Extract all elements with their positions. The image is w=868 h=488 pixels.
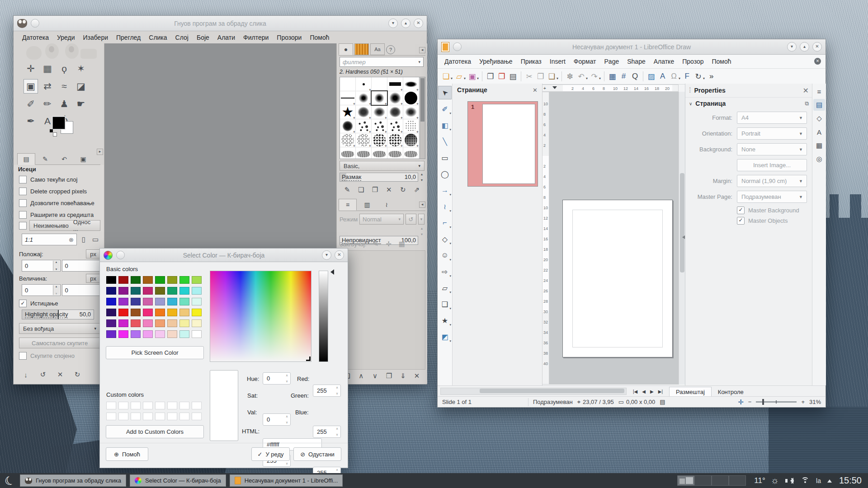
tab-undo-history[interactable]: ↶ [55,153,73,165]
tab-properties[interactable]: ▤ [813,99,825,111]
clone-formatting-icon[interactable]: ✽ [564,71,576,82]
raise-layer-button[interactable]: ∧ [354,371,368,381]
brush-item[interactable] [387,91,403,105]
chevron-down-icon[interactable]: ▾ [418,214,425,225]
flowchart-shapes[interactable]: ▱▾ [438,281,452,295]
default-colors-icon[interactable] [50,129,53,132]
custom-color-swatch[interactable] [155,413,165,420]
basic-color-swatch[interactable] [167,330,177,338]
page-nav-icon[interactable]: ▶| [656,388,665,395]
margin-dropdown[interactable]: Normal (1,90 cm)▼ [737,175,807,187]
duplicate-brush-button[interactable]: ❐ [368,184,382,195]
page-section-header[interactable]: ∨ Страница ⧉ [685,97,812,109]
gimp-menu-Помоћ[interactable]: Помоћ [306,34,333,41]
basic-color-swatch[interactable] [155,298,165,305]
tab-help[interactable]: ? [386,45,395,54]
basic-color-swatch[interactable] [192,330,202,338]
basic-color-swatch[interactable] [179,330,189,338]
basic-color-swatch[interactable] [106,298,116,305]
refresh-brushes-button[interactable]: ↻ [396,184,410,195]
draw-menu-Page[interactable]: Page [600,58,623,65]
basic-color-swatch[interactable] [131,319,141,327]
ok-button[interactable]: ✓У реду [251,447,290,461]
free-select-tool[interactable]: ϙ [57,61,71,76]
warp-tool[interactable]: ≈ [57,79,71,94]
brush-item[interactable] [356,77,371,91]
pencil-tool[interactable]: ✏ [40,97,55,111]
brush-item[interactable] [387,77,403,91]
window-menu-button[interactable] [453,42,462,51]
page-nav-icon[interactable]: ◀ [640,388,647,395]
basic-color-swatch[interactable] [167,309,177,316]
custom-color-swatch[interactable] [192,413,202,420]
draw-page[interactable] [562,200,673,357]
tray-expander-icon[interactable] [827,477,832,483]
custom-color-swatch[interactable] [118,413,128,420]
basic-color-swatch[interactable] [131,276,141,284]
line-color[interactable]: ✐▾ [438,102,452,116]
brush-item[interactable] [340,119,355,133]
redo-icon[interactable]: ↷ [589,71,600,82]
position-unit-dropdown[interactable]: px [86,249,100,258]
delete-preset-button[interactable]: ✕ [53,369,67,380]
gimp-titlebar[interactable]: Гнуов програм за обраду слика ▾ ▴ ✕ [14,16,427,31]
gimp-menu-Алати[interactable]: Алати [213,34,239,41]
fit-slide-icon[interactable]: ✛ [738,398,744,406]
custom-color-swatch[interactable] [131,402,141,409]
vertical-ruler[interactable]: 1086422468101214161820222426283032343638… [542,92,549,385]
master-background-checkbox[interactable]: ✓ [737,206,745,214]
position-x-input[interactable]: 0▲▼ [22,260,61,272]
tab-stop-icon[interactable]: + [543,86,546,91]
more-options-icon[interactable]: ⧉ [805,100,809,107]
network-icon[interactable] [801,477,810,484]
save-preset-button[interactable]: ↓ [19,369,33,380]
reset-button[interactable]: ↻ [71,369,84,380]
checkbox[interactable] [19,188,27,195]
basic-color-swatch[interactable] [192,298,202,305]
basic-color-swatch[interactable] [179,276,189,284]
checkbox[interactable] [19,176,27,183]
zoom-slider[interactable] [756,401,797,403]
brush-item[interactable]: ★ [340,105,355,119]
basic-color-swatch[interactable] [131,287,141,295]
tab-styles[interactable]: A [813,126,825,138]
weather-icon[interactable]: ☼ [771,475,779,486]
basic-color-swatch[interactable] [167,319,177,327]
workspace-3[interactable] [712,475,729,486]
block-arrows[interactable]: ⇨▾ [438,265,452,278]
brush-item[interactable] [340,91,355,105]
close-button[interactable]: ✕ [414,19,423,28]
lines-and-arrows[interactable]: →▾ [438,183,452,197]
lock-alpha-icon[interactable]: ▦ [399,240,405,248]
delete-layer-button[interactable]: ✕ [410,371,424,381]
task-color-dialog[interactable]: Select Color — К-бирач-боја [130,474,226,487]
chevron-down-icon[interactable]: ▾ [464,76,466,80]
tab-brushes[interactable]: ● [339,43,353,55]
page-style[interactable]: Подразумеван [533,399,573,405]
snap-guides-icon[interactable]: # [618,71,629,82]
brush-item[interactable] [372,77,387,91]
special-character-icon[interactable]: Ω [668,71,679,82]
hue-input[interactable]: 0∧∨ [263,372,291,385]
delete-brush-button[interactable]: ✕ [382,184,396,195]
close-button[interactable]: ✕ [335,250,344,260]
tab-channels[interactable]: ▥ [358,199,376,211]
horizontal-ruler[interactable]: 2468101214161820 + [542,84,679,92]
size-height-input[interactable]: 0 [62,284,101,296]
brush-item[interactable] [387,147,403,159]
new-document-icon[interactable]: ❏ [440,71,452,82]
chevron-down-icon[interactable]: ▾ [451,76,453,80]
chevron-down-icon[interactable]: ▾ [703,76,705,80]
custom-color-swatch[interactable] [179,413,189,420]
workspace-2[interactable] [694,475,712,486]
zoom-in-icon[interactable]: + [801,399,805,405]
guides-dropdown[interactable]: Без вођица ▾ [19,323,100,334]
insert-text-box-icon[interactable]: A [657,71,668,82]
minimize-button[interactable]: ▾ [388,19,398,28]
mode-reset-icon[interactable]: ↺ [406,214,416,225]
basic-color-swatch[interactable] [179,309,189,316]
3d-objects[interactable]: ◩▾ [438,330,452,343]
new-brush-button[interactable]: ❏ [354,184,368,195]
fuzzy-select-tool[interactable]: ✶ [74,61,88,76]
select-tool[interactable]: ➤ [438,86,452,99]
